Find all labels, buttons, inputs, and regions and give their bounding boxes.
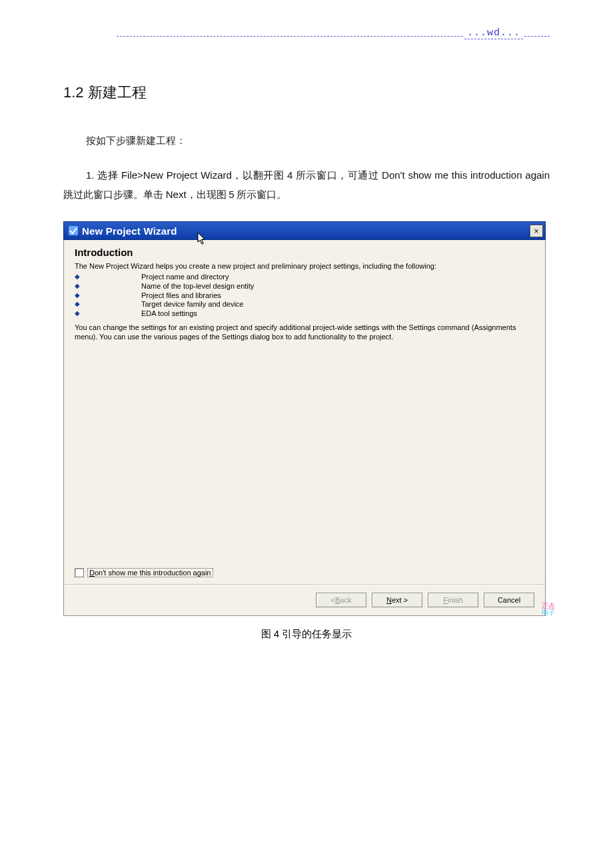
list-item: Target device family and device: [101, 300, 534, 309]
button-row: < Back Next > Finish Cancel: [64, 584, 545, 615]
next-button[interactable]: Next >: [372, 593, 422, 607]
page-header: ...wd...: [63, 27, 550, 41]
dialog-bullets: Project name and directory Name of the t…: [101, 273, 534, 319]
cancel-button[interactable]: Cancel: [484, 593, 534, 607]
finish-button: Finish: [428, 593, 478, 607]
close-icon: ×: [534, 227, 538, 235]
app-icon: [68, 225, 79, 236]
list-item: Project name and directory: [101, 273, 534, 282]
dialog-note: You can change the settings for an exist…: [75, 323, 534, 342]
dont-show-row[interactable]: Don't show me this introduction again: [75, 568, 534, 577]
titlebar: New Project Wizard ×: [63, 221, 546, 240]
header-watermark: ...wd...: [464, 27, 523, 39]
figure-caption: 图 4 引导的任务显示: [63, 628, 550, 641]
list-item: Name of the top-level design entity: [101, 282, 534, 291]
wizard-dialog: New Project Wizard × Introduction The Ne…: [63, 221, 546, 616]
titlebar-text: New Project Wizard: [82, 225, 177, 237]
dialog-intro: The New Project Wizard helps you create …: [75, 262, 534, 270]
dont-show-checkbox[interactable]: [75, 568, 84, 577]
dialog-heading: Introduction: [75, 247, 534, 258]
section-heading: 1.2 新建工程: [63, 83, 550, 103]
section-title-text: 新建工程: [88, 84, 147, 101]
step-1: 1. 选择 File>New Project Wizard，以翻开图 4 所示窗…: [63, 166, 550, 204]
list-item: EDA tool settings: [101, 309, 534, 319]
dont-show-label: Don't show me this introduction again: [87, 568, 213, 577]
dialog-body: Introduction The New Project Wizard help…: [63, 240, 546, 616]
back-button: < Back: [316, 593, 366, 607]
list-item: Project files and libraries: [101, 291, 534, 301]
intro-line: 按如下步骤新建工程：: [86, 135, 550, 147]
section-number: 1.2: [63, 84, 84, 101]
close-button[interactable]: ×: [530, 225, 543, 237]
